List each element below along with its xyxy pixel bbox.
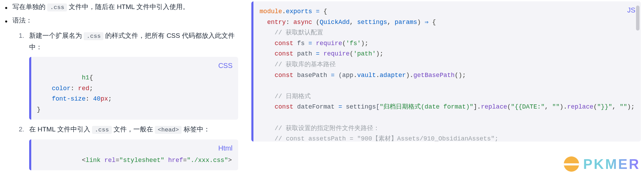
t: ). — [560, 103, 567, 110]
t: = — [338, 103, 342, 110]
t: module — [260, 8, 282, 15]
t: const — [275, 72, 293, 79]
t: 'path' — [353, 50, 376, 57]
code-lang-label: Html — [218, 142, 233, 154]
t: // 获取设置的指定附件文件夹路径： — [275, 125, 379, 132]
t: ) — [417, 19, 425, 26]
t: { — [320, 8, 327, 15]
t: ]. — [474, 103, 481, 110]
t: ( — [312, 19, 320, 26]
t: "" — [620, 103, 627, 110]
t: = — [331, 72, 335, 79]
watermark-text: PKMER — [583, 152, 640, 176]
watermark: PKMER — [564, 152, 640, 176]
code-token: color — [52, 85, 70, 92]
code-line — [260, 112, 635, 123]
text: 标签中： — [182, 126, 210, 133]
text: 在 HTML 文件中引入 — [29, 126, 92, 133]
t: const — [275, 103, 293, 110]
code-line: // 获取默认配置 — [260, 27, 635, 38]
t: = — [308, 40, 312, 47]
bullet-item-2: 语法： 新建一个扩展名为 .css 的样式文件，把所有 CSS 代码都放入此文件… — [12, 15, 238, 171]
t: settings — [357, 19, 387, 26]
step-2: 在 HTML 文件中引入 .css 文件，一般在 <head> 标签中： Htm… — [29, 124, 238, 170]
t — [320, 50, 324, 57]
code-line: const path = require('path'); — [260, 49, 635, 59]
code-token: = — [116, 157, 119, 164]
t — [312, 40, 316, 47]
t: // 获取库的基本路径 — [275, 61, 336, 68]
t: entry — [267, 19, 286, 26]
t: , — [612, 103, 620, 110]
code-token: rel — [104, 157, 115, 164]
code-token: "stylesheet" — [119, 157, 165, 164]
code-line — [260, 80, 635, 91]
step-1: 新建一个扩展名为 .css 的样式文件，把所有 CSS 代码都放入此文件中： C… — [29, 30, 238, 120]
t: ); — [627, 103, 635, 110]
t: ( — [507, 103, 511, 110]
t: replace — [567, 103, 594, 110]
code-token: { — [89, 74, 93, 81]
code-line: // const assetsPath = "900【素材】Assets/910… — [260, 134, 635, 142]
code-token: : — [70, 85, 78, 92]
code-line: // 获取库的基本路径 — [260, 59, 635, 70]
code-token: ; — [89, 85, 93, 92]
t: const — [275, 50, 293, 57]
t: = — [316, 8, 320, 15]
t: adapter — [380, 72, 406, 79]
scrollbar-track[interactable] — [636, 6, 639, 137]
t: QuickAdd — [320, 19, 350, 26]
text: 文件中，随后在 HTML 文件中引入使用。 — [67, 3, 189, 10]
t: , — [350, 19, 357, 26]
t: "归档日期格式(date format)" — [380, 103, 474, 110]
code-token: href — [168, 157, 183, 164]
code-token — [101, 157, 104, 164]
code-token: } — [37, 106, 41, 113]
bullet-list: 写在单独的 .css 文件中，随后在 HTML 文件中引入使用。 语法： 新建一… — [3, 1, 238, 170]
code-token: > — [228, 157, 232, 164]
t: // const assetsPath = "900【素材】Assets/910… — [275, 135, 499, 142]
code-token: link — [85, 157, 100, 164]
t: "{{DATE:" — [511, 103, 545, 110]
inline-code-head: <head> — [155, 126, 182, 134]
t: "" — [552, 103, 560, 110]
code-token: : — [85, 95, 93, 102]
code-token: 40 — [93, 95, 101, 102]
code-token: h1 — [82, 74, 90, 81]
t: require — [316, 40, 342, 47]
t: path — [293, 50, 316, 57]
t: 'fs' — [346, 40, 361, 47]
t: const — [275, 40, 293, 47]
bullet-item-1: 写在单独的 .css 文件中，随后在 HTML 文件中引入使用。 — [12, 1, 238, 13]
code-line: // 日期格式 — [260, 91, 635, 102]
t: : — [286, 19, 290, 26]
t — [290, 19, 293, 26]
t: = — [316, 50, 320, 57]
code-token: ; — [108, 95, 112, 102]
code-token: = — [183, 157, 187, 164]
t: ). — [406, 72, 413, 79]
t: require — [323, 50, 350, 57]
text: 写在单独的 — [12, 3, 47, 10]
t: async — [293, 19, 312, 26]
doc-left-column: 写在单独的 .css 文件中，随后在 HTML 文件中引入使用。 语法： 新建一… — [0, 0, 245, 180]
t: replace — [481, 103, 507, 110]
t: . — [282, 8, 286, 15]
t: dateFormat — [293, 103, 338, 110]
t: (app — [335, 72, 353, 79]
scrollbar-thumb[interactable] — [636, 6, 639, 31]
t: ( — [342, 40, 346, 47]
code-token: < — [82, 157, 86, 164]
t: "}}" — [597, 103, 612, 110]
inline-code-css: .css — [47, 3, 67, 11]
code-token — [164, 157, 168, 164]
code-line: const fs = require('fs'); — [260, 38, 635, 49]
text: 文件，一般在 — [112, 126, 155, 133]
t: // 日期格式 — [275, 93, 311, 100]
t: ( — [350, 50, 353, 57]
t: { — [428, 19, 436, 26]
t: vault — [357, 72, 376, 79]
code-line: module.exports = { — [260, 6, 635, 17]
t: ); — [376, 50, 384, 57]
code-line: const dateFormat = settings["归档日期格式(date… — [260, 102, 635, 112]
